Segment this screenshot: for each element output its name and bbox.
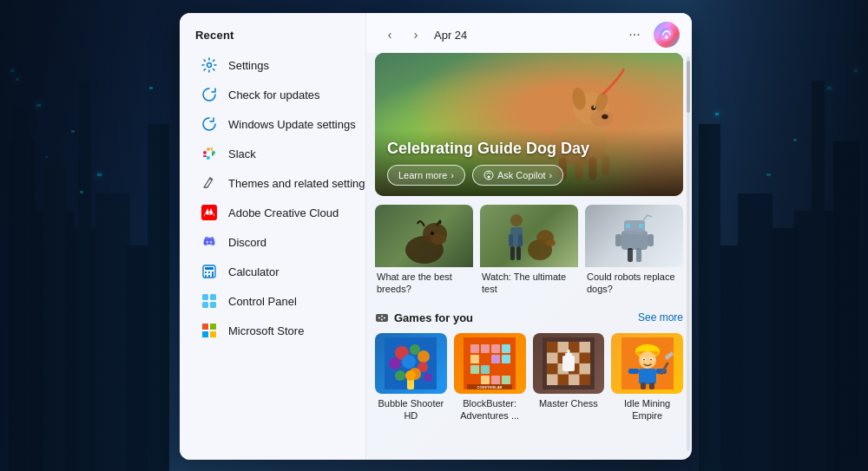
idle-mining-art — [621, 337, 674, 389]
sub-card-1[interactable]: What are the best breeds? — [375, 205, 473, 299]
sidebar-item-control-panel[interactable]: Control Panel — [185, 286, 360, 316]
sidebar-item-ms-store[interactable]: Microsoft Store — [185, 316, 360, 345]
settings-icon — [201, 56, 218, 74]
svg-rect-49 — [518, 234, 523, 246]
svg-rect-5 — [207, 147, 210, 151]
game-card-idle-mining[interactable]: Idle Mining Empire — [611, 333, 683, 422]
bubble-shooter-icon — [375, 333, 447, 394]
svg-rect-63 — [376, 314, 388, 322]
content-scroll[interactable]: Celebrating Guide Dog Day Learn more › — [366, 53, 692, 460]
more-options-button[interactable]: ··· — [622, 23, 647, 47]
discord-icon — [201, 233, 218, 251]
svg-rect-6 — [211, 147, 213, 151]
header-date: Apr 24 — [434, 29, 467, 42]
bubble-shooter-title: Bubble Shooter HD — [375, 397, 447, 422]
games-section-header: Games for you See more — [375, 310, 683, 326]
svg-rect-81 — [470, 344, 479, 353]
svg-rect-23 — [210, 324, 216, 330]
blockbuster-icon: CODETHISLAB — [454, 333, 526, 394]
sidebar-item-settings[interactable]: Settings — [185, 50, 360, 80]
game-card-master-chess[interactable]: Master Chess — [533, 333, 605, 422]
scrollbar-thumb — [687, 61, 690, 113]
learn-more-button[interactable]: Learn more › — [387, 165, 465, 186]
copilot-logo[interactable] — [654, 22, 680, 48]
svg-rect-101 — [547, 363, 558, 375]
sidebar-item-discord[interactable]: Discord — [185, 227, 360, 257]
copilot-btn-icon — [483, 170, 494, 180]
see-more-link[interactable]: See more — [638, 311, 683, 324]
svg-point-114 — [643, 358, 645, 360]
svg-rect-60 — [636, 248, 641, 262]
sidebar-item-themes[interactable]: Themes and related settings — [185, 168, 360, 198]
svg-rect-90 — [481, 376, 490, 384]
hero-card[interactable]: Celebrating Guide Dog Day Learn more › — [375, 53, 683, 196]
robot-dog-silhouette — [600, 205, 669, 267]
svg-rect-120 — [649, 383, 654, 389]
content-header: ‹ › Apr 24 ··· — [366, 13, 692, 53]
svg-rect-84 — [470, 355, 479, 363]
svg-rect-4 — [212, 153, 214, 156]
svg-rect-16 — [208, 275, 210, 277]
svg-rect-19 — [210, 294, 216, 300]
svg-point-66 — [384, 317, 385, 318]
blockbuster-art: CODETHISLAB — [464, 337, 516, 389]
sub-card-3[interactable]: Could robots replace dogs? — [585, 205, 683, 299]
svg-rect-117 — [628, 369, 639, 374]
master-chess-title: Master Chess — [533, 397, 605, 409]
svg-rect-24 — [202, 331, 208, 337]
sub-cards-grid: What are the best breeds? — [375, 205, 683, 299]
nav-back-button[interactable]: ‹ — [378, 23, 401, 46]
sidebar-item-calculator[interactable]: Calculator — [185, 257, 360, 286]
sidebar-item-adobe[interactable]: Adobe Creative Cloud — [185, 198, 360, 227]
svg-point-33 — [591, 105, 596, 110]
svg-point-75 — [395, 370, 405, 381]
svg-point-0 — [207, 63, 212, 68]
svg-point-71 — [418, 350, 430, 363]
svg-rect-14 — [212, 271, 214, 273]
game-card-bubble-shooter[interactable]: Bubble Shooter HD — [375, 333, 447, 422]
master-chess-art — [542, 337, 595, 389]
check-updates-icon — [201, 86, 218, 103]
main-panel: Recent Settings Check for updates — [180, 13, 692, 460]
svg-rect-12 — [205, 271, 207, 273]
sub-card-3-caption: Could robots replace dogs? — [585, 267, 683, 299]
windows-update-label: Windows Update settings — [228, 118, 356, 131]
sub-card-2-caption: Watch: The ultimate test — [480, 267, 578, 299]
svg-rect-85 — [470, 365, 479, 374]
svg-rect-61 — [615, 234, 621, 246]
discord-label: Discord — [228, 236, 266, 249]
ask-copilot-button[interactable]: Ask Copilot › — [472, 165, 563, 186]
sub-card-2[interactable]: Watch: The ultimate test — [480, 205, 578, 299]
svg-point-45 — [431, 232, 434, 235]
svg-point-115 — [650, 358, 652, 360]
svg-point-41 — [487, 176, 490, 179]
svg-point-34 — [594, 106, 595, 108]
nav-forward-button[interactable]: › — [404, 23, 427, 46]
sidebar-item-check-updates[interactable]: Check for updates — [185, 80, 360, 109]
sidebar-item-windows-update[interactable]: Windows Update settings — [185, 109, 360, 139]
svg-rect-104 — [579, 374, 590, 385]
svg-rect-21 — [210, 302, 216, 308]
sidebar-item-slack[interactable]: Slack — [185, 139, 360, 168]
svg-rect-86 — [481, 365, 490, 374]
games-title-row: Games for you — [375, 310, 473, 326]
svg-rect-100 — [579, 352, 590, 363]
svg-rect-57 — [626, 224, 630, 228]
slack-label: Slack — [228, 147, 256, 160]
slack-icon — [201, 145, 218, 162]
svg-point-46 — [510, 214, 523, 226]
svg-rect-25 — [210, 331, 216, 337]
sub-card-1-image — [375, 205, 473, 267]
svg-rect-91 — [491, 376, 500, 384]
svg-rect-107 — [562, 356, 575, 371]
svg-rect-103 — [557, 374, 569, 385]
games-icon — [375, 310, 389, 326]
master-chess-icon — [533, 333, 605, 394]
game-card-blockbuster[interactable]: CODETHISLAB BlockBuster: Adventures ... — [454, 333, 526, 422]
svg-point-54 — [545, 239, 556, 246]
svg-rect-59 — [628, 248, 633, 262]
settings-label: Settings — [228, 59, 269, 72]
calculator-label: Calculator — [228, 265, 279, 278]
content-area: ‹ › Apr 24 ··· — [366, 13, 692, 460]
svg-rect-98 — [569, 342, 580, 353]
